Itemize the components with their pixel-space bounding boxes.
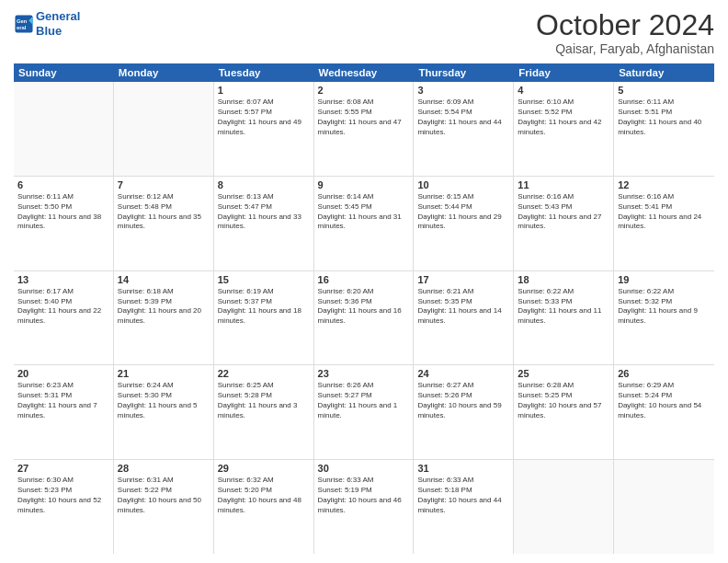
calendar-cell [514, 460, 614, 554]
day-number: 24 [417, 368, 509, 379]
cell-info: Sunrise: 6:21 AM Sunset: 5:35 PM Dayligh… [417, 287, 509, 327]
calendar-cell: 14Sunrise: 6:18 AM Sunset: 5:39 PM Dayli… [114, 271, 214, 365]
calendar-cell: 9Sunrise: 6:14 AM Sunset: 5:45 PM Daylig… [314, 177, 415, 270]
calendar-cell [614, 460, 714, 554]
calendar-cell: 28Sunrise: 6:31 AM Sunset: 5:22 PM Dayli… [114, 460, 214, 554]
calendar-body: 1Sunrise: 6:07 AM Sunset: 5:57 PM Daylig… [14, 82, 714, 554]
day-number: 8 [218, 179, 310, 190]
calendar-row-2: 6Sunrise: 6:11 AM Sunset: 5:50 PM Daylig… [14, 177, 714, 271]
day-number: 10 [417, 179, 509, 190]
cell-info: Sunrise: 6:22 AM Sunset: 5:33 PM Dayligh… [518, 287, 609, 327]
calendar-cell: 25Sunrise: 6:28 AM Sunset: 5:25 PM Dayli… [514, 365, 614, 459]
cell-info: Sunrise: 6:08 AM Sunset: 5:55 PM Dayligh… [318, 98, 410, 137]
day-header-friday: Friday [514, 63, 614, 82]
cell-info: Sunrise: 6:14 AM Sunset: 5:45 PM Dayligh… [318, 192, 410, 232]
calendar-cell: 21Sunrise: 6:24 AM Sunset: 5:30 PM Dayli… [114, 365, 214, 459]
calendar-cell: 1Sunrise: 6:07 AM Sunset: 5:57 PM Daylig… [214, 82, 314, 176]
day-number: 15 [218, 274, 310, 285]
calendar-cell: 10Sunrise: 6:15 AM Sunset: 5:44 PM Dayli… [414, 177, 514, 270]
cell-info: Sunrise: 6:10 AM Sunset: 5:52 PM Dayligh… [518, 98, 609, 137]
cell-info: Sunrise: 6:22 AM Sunset: 5:32 PM Dayligh… [618, 287, 711, 327]
day-number: 21 [118, 368, 210, 379]
svg-text:Gen: Gen [17, 18, 28, 24]
day-header-sunday: Sunday [14, 63, 114, 82]
day-number: 7 [118, 179, 210, 190]
svg-text:eral: eral [17, 24, 27, 29]
day-number: 13 [17, 274, 109, 285]
logo-text: General Blue [36, 9, 80, 38]
calendar-row-5: 27Sunrise: 6:30 AM Sunset: 5:23 PM Dayli… [14, 460, 714, 554]
day-number: 1 [218, 85, 310, 96]
calendar-cell: 24Sunrise: 6:27 AM Sunset: 5:26 PM Dayli… [414, 365, 514, 459]
calendar-cell: 31Sunrise: 6:33 AM Sunset: 5:18 PM Dayli… [414, 460, 514, 554]
day-number: 26 [618, 368, 711, 379]
day-number: 20 [17, 368, 109, 379]
day-number: 3 [417, 85, 509, 96]
cell-info: Sunrise: 6:30 AM Sunset: 5:23 PM Dayligh… [17, 476, 109, 515]
logo-icon: Gen eral [14, 14, 34, 34]
calendar-cell: 2Sunrise: 6:08 AM Sunset: 5:55 PM Daylig… [314, 82, 415, 176]
cell-info: Sunrise: 6:23 AM Sunset: 5:31 PM Dayligh… [17, 381, 109, 420]
day-number: 11 [518, 179, 609, 190]
cell-info: Sunrise: 6:11 AM Sunset: 5:51 PM Dayligh… [618, 98, 711, 137]
day-header-monday: Monday [114, 63, 214, 82]
calendar-row-4: 20Sunrise: 6:23 AM Sunset: 5:31 PM Dayli… [14, 365, 714, 460]
title-section: October 2024 Qaisar, Faryab, Afghanistan [536, 9, 714, 56]
calendar-cell: 8Sunrise: 6:13 AM Sunset: 5:47 PM Daylig… [214, 177, 314, 270]
calendar-cell: 27Sunrise: 6:30 AM Sunset: 5:23 PM Dayli… [14, 460, 114, 554]
cell-info: Sunrise: 6:31 AM Sunset: 5:22 PM Dayligh… [118, 476, 210, 515]
day-number: 18 [518, 274, 609, 285]
day-number: 19 [618, 274, 711, 285]
calendar-cell: 22Sunrise: 6:25 AM Sunset: 5:28 PM Dayli… [214, 365, 314, 459]
cell-info: Sunrise: 6:07 AM Sunset: 5:57 PM Dayligh… [218, 98, 310, 137]
day-number: 28 [118, 463, 210, 474]
calendar-row-3: 13Sunrise: 6:17 AM Sunset: 5:40 PM Dayli… [14, 271, 714, 366]
day-header-tuesday: Tuesday [214, 63, 314, 82]
calendar-cell [14, 82, 114, 176]
page: Gen eral General Blue October 2024 Qaisa… [0, 0, 728, 563]
cell-info: Sunrise: 6:20 AM Sunset: 5:36 PM Dayligh… [318, 287, 410, 327]
day-number: 4 [518, 85, 609, 96]
cell-info: Sunrise: 6:16 AM Sunset: 5:43 PM Dayligh… [518, 192, 609, 232]
cell-info: Sunrise: 6:33 AM Sunset: 5:18 PM Dayligh… [417, 476, 509, 515]
cell-info: Sunrise: 6:24 AM Sunset: 5:30 PM Dayligh… [118, 381, 210, 420]
calendar-cell: 15Sunrise: 6:19 AM Sunset: 5:37 PM Dayli… [214, 271, 314, 365]
day-number: 5 [618, 85, 711, 96]
cell-info: Sunrise: 6:27 AM Sunset: 5:26 PM Dayligh… [417, 381, 509, 420]
cell-info: Sunrise: 6:09 AM Sunset: 5:54 PM Dayligh… [417, 98, 509, 137]
day-number: 31 [417, 463, 509, 474]
logo: Gen eral General Blue [14, 9, 80, 38]
cell-info: Sunrise: 6:19 AM Sunset: 5:37 PM Dayligh… [218, 287, 310, 327]
cell-info: Sunrise: 6:11 AM Sunset: 5:50 PM Dayligh… [17, 192, 109, 232]
logo-general: General [36, 9, 80, 23]
cell-info: Sunrise: 6:33 AM Sunset: 5:19 PM Dayligh… [318, 476, 410, 515]
calendar-cell: 26Sunrise: 6:29 AM Sunset: 5:24 PM Dayli… [614, 365, 714, 459]
calendar-cell: 16Sunrise: 6:20 AM Sunset: 5:36 PM Dayli… [314, 271, 415, 365]
day-header-wednesday: Wednesday [314, 63, 415, 82]
calendar-cell: 11Sunrise: 6:16 AM Sunset: 5:43 PM Dayli… [514, 177, 614, 270]
cell-info: Sunrise: 6:29 AM Sunset: 5:24 PM Dayligh… [618, 381, 711, 420]
calendar-cell: 3Sunrise: 6:09 AM Sunset: 5:54 PM Daylig… [414, 82, 514, 176]
header: Gen eral General Blue October 2024 Qaisa… [14, 9, 714, 56]
calendar-cell: 7Sunrise: 6:12 AM Sunset: 5:48 PM Daylig… [114, 177, 214, 270]
calendar-cell: 19Sunrise: 6:22 AM Sunset: 5:32 PM Dayli… [614, 271, 714, 365]
calendar-cell: 13Sunrise: 6:17 AM Sunset: 5:40 PM Dayli… [14, 271, 114, 365]
calendar-row-1: 1Sunrise: 6:07 AM Sunset: 5:57 PM Daylig… [14, 82, 714, 177]
day-number: 9 [318, 179, 410, 190]
cell-info: Sunrise: 6:12 AM Sunset: 5:48 PM Dayligh… [118, 192, 210, 232]
day-number: 22 [218, 368, 310, 379]
calendar-cell [114, 82, 214, 176]
calendar-cell: 17Sunrise: 6:21 AM Sunset: 5:35 PM Dayli… [414, 271, 514, 365]
day-header-thursday: Thursday [414, 63, 514, 82]
day-number: 29 [218, 463, 310, 474]
day-number: 30 [318, 463, 410, 474]
calendar: SundayMondayTuesdayWednesdayThursdayFrid… [14, 63, 714, 554]
calendar-cell: 30Sunrise: 6:33 AM Sunset: 5:19 PM Dayli… [314, 460, 415, 554]
cell-info: Sunrise: 6:28 AM Sunset: 5:25 PM Dayligh… [518, 381, 609, 420]
calendar-cell: 6Sunrise: 6:11 AM Sunset: 5:50 PM Daylig… [14, 177, 114, 270]
day-number: 25 [518, 368, 609, 379]
calendar-cell: 12Sunrise: 6:16 AM Sunset: 5:41 PM Dayli… [614, 177, 714, 270]
calendar-cell: 23Sunrise: 6:26 AM Sunset: 5:27 PM Dayli… [314, 365, 415, 459]
day-number: 16 [318, 274, 410, 285]
day-number: 2 [318, 85, 410, 96]
